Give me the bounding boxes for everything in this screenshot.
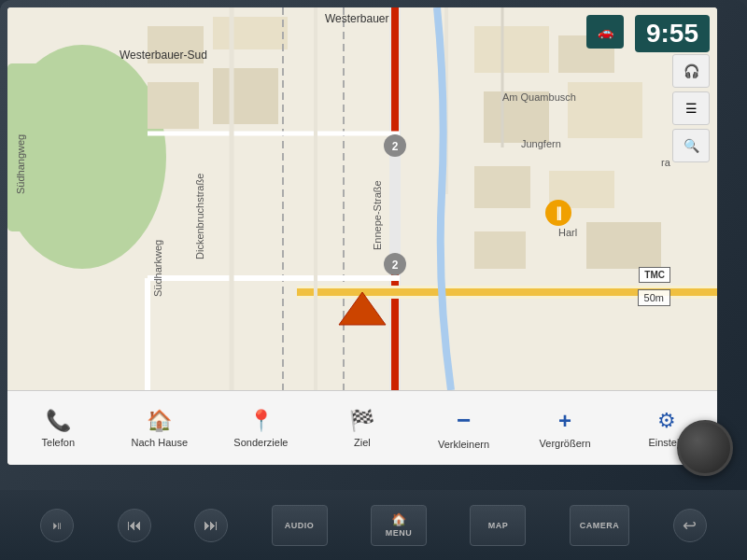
- list-button[interactable]: ☰: [672, 91, 710, 125]
- nav-ziel[interactable]: 🏁 Ziel: [316, 396, 409, 461]
- svg-text:Westerbauer-Sud: Westerbauer-Sud: [120, 49, 207, 62]
- svg-rect-7: [474, 26, 549, 73]
- flag-icon: 🏁: [349, 409, 374, 433]
- camera-button[interactable]: CAMERA: [570, 505, 630, 546]
- svg-text:‖: ‖: [556, 205, 562, 220]
- volume-knob[interactable]: [677, 420, 733, 476]
- play-pause-button[interactable]: ⏯: [40, 509, 74, 542]
- svg-text:Südharkweg: Südharkweg: [152, 240, 163, 297]
- next-next-button[interactable]: ⏭: [194, 509, 228, 542]
- svg-rect-5: [148, 82, 199, 129]
- nav-vergroessern[interactable]: + Vergrößern: [518, 396, 612, 461]
- screen: 2 2 ‖ Westerbauer Westerbauer-Sud Südhan…: [7, 7, 717, 465]
- svg-rect-10: [568, 82, 642, 138]
- svg-text:Jungfern: Jungfern: [521, 138, 561, 149]
- clock-time: 9:55: [646, 19, 698, 48]
- nav-bar: 📞 Telefon 🏠 Nach Hause 📍 Sonderziele 🏁 Z…: [7, 390, 717, 465]
- scale-indicator: 50m: [638, 289, 670, 306]
- zoom-in-icon: +: [558, 408, 571, 434]
- menu-label: MENU: [386, 528, 413, 538]
- menu-home-icon: 🏠: [391, 512, 406, 526]
- audio-label: AUDIO: [285, 521, 315, 530]
- svg-text:2: 2: [392, 259, 399, 272]
- svg-text:Am Quambusch: Am Quambusch: [502, 91, 576, 103]
- svg-text:Ennepe-Straße: Ennepe-Straße: [372, 180, 383, 250]
- svg-rect-4: [213, 17, 288, 49]
- audio-button[interactable]: AUDIO: [272, 505, 328, 546]
- svg-rect-13: [586, 222, 661, 269]
- svg-text:2: 2: [392, 140, 399, 153]
- map-svg: 2 2 ‖ Westerbauer Westerbauer-Sud Südhan…: [7, 7, 717, 390]
- prev-prev-icon: ⏮: [127, 517, 142, 534]
- phone-icon: 📞: [46, 409, 71, 433]
- back-button[interactable]: ↩: [673, 509, 707, 542]
- telefon-label: Telefon: [42, 437, 75, 448]
- headphone-button[interactable]: 🎧: [672, 54, 710, 88]
- search-button[interactable]: 🔍: [672, 129, 710, 162]
- device-bezel: 2 2 ‖ Westerbauer Westerbauer-Sud Südhan…: [0, 0, 747, 560]
- next-next-icon: ⏭: [204, 517, 218, 534]
- clock-display: 9:55: [635, 15, 710, 52]
- car-icon-widget: 🚗: [586, 15, 624, 49]
- verkleinern-label: Verkleinern: [438, 439, 489, 450]
- map-label: MAP: [488, 521, 509, 530]
- poi-icon: 📍: [248, 409, 274, 433]
- camera-label: CAMERA: [580, 521, 620, 530]
- settings-icon: ⚙: [657, 409, 676, 433]
- nav-verkleinern[interactable]: − Verkleinern: [417, 396, 511, 461]
- svg-text:ra: ra: [661, 157, 671, 168]
- home-icon: 🏠: [147, 409, 172, 433]
- svg-text:Westerbauer: Westerbauer: [325, 12, 388, 25]
- svg-text:Harl: Harl: [558, 227, 577, 238]
- zoom-out-icon: −: [457, 406, 471, 435]
- right-panel: 🎧 ☰ 🔍: [672, 54, 710, 162]
- back-icon: ↩: [683, 515, 697, 536]
- physical-buttons-row: ⏯ ⏮ ⏭ AUDIO 🏠 MENU MAP CAMERA ↩: [0, 490, 747, 560]
- svg-rect-14: [474, 231, 526, 269]
- map-button[interactable]: MAP: [470, 505, 526, 546]
- map-area[interactable]: 2 2 ‖ Westerbauer Westerbauer-Sud Südhan…: [7, 7, 717, 390]
- svg-text:Südhangweg: Südhangweg: [15, 134, 26, 194]
- play-pause-icon: ⏯: [51, 519, 63, 532]
- menu-button[interactable]: 🏠 MENU: [371, 505, 427, 546]
- tmc-badge: TMC: [639, 267, 670, 283]
- nav-nach-hause[interactable]: 🏠 Nach Hause: [113, 396, 206, 461]
- prev-prev-button[interactable]: ⏮: [118, 509, 151, 542]
- nav-telefon[interactable]: 📞 Telefon: [11, 396, 105, 461]
- svg-text:Dickenbruchstraße: Dickenbruchstraße: [194, 174, 205, 259]
- svg-rect-11: [474, 166, 530, 208]
- sonderziele-label: Sonderziele: [233, 437, 288, 448]
- nach-hause-label: Nach Hause: [132, 437, 189, 448]
- nav-sonderziele[interactable]: 📍 Sonderziele: [214, 396, 307, 461]
- svg-rect-6: [213, 68, 278, 124]
- vergroessern-label: Vergrößern: [540, 438, 591, 449]
- ziel-label: Ziel: [354, 437, 371, 448]
